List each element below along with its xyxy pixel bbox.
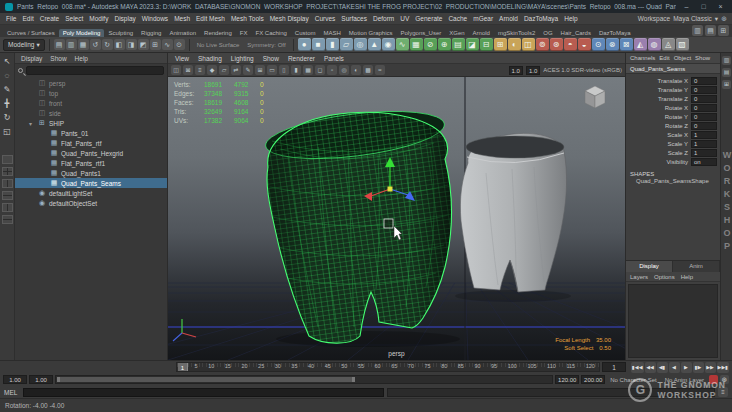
current-time-field[interactable]: 1 (602, 362, 626, 372)
channel-name[interactable]: Rotate Z (626, 123, 691, 129)
step-forward-key-button[interactable]: ▶▶ (705, 362, 716, 373)
viewport-canvas[interactable]: Verts: 18691 4792 0 Edges: 37348 9315 0 … (168, 77, 625, 360)
outliner-item-quad-pants1[interactable]: ▦ Quad_Pants1 (15, 168, 167, 178)
poly-cube-icon[interactable]: ■ (312, 38, 325, 51)
uv-editor-icon[interactable]: ▧ (676, 38, 689, 51)
menu-item[interactable]: Surfaces (338, 15, 370, 22)
frame-number[interactable]: 90 (474, 362, 480, 371)
shelf-tab[interactable]: FX (236, 29, 252, 37)
menu-item[interactable]: File (3, 15, 19, 22)
playback-end-field[interactable]: 120.00 (555, 375, 579, 384)
gate-mask-icon[interactable]: ▮ (291, 65, 301, 75)
channel-value-field[interactable]: 1 (691, 131, 717, 139)
field-chart-icon[interactable]: ▦ (303, 65, 313, 75)
target-weld-icon[interactable]: ⊕ (438, 38, 451, 51)
frame-number[interactable]: 70 (408, 362, 414, 371)
frame-number[interactable]: 65 (391, 362, 397, 371)
expand-arrow-icon[interactable]: ▾ (29, 120, 35, 127)
shelf-tab[interactable]: Polygons_User (397, 29, 446, 37)
menu-item[interactable]: Edit Mesh (193, 15, 228, 22)
channel-name[interactable]: Translate Y (626, 87, 691, 93)
frame-number[interactable]: 50 (341, 362, 347, 371)
frame-number[interactable]: 100 (508, 362, 517, 371)
frame-number[interactable]: 60 (375, 362, 381, 371)
view-cube[interactable] (581, 82, 609, 110)
workspace-selector[interactable]: Workspace Maya Classic ▾ ⊛ (638, 15, 729, 23)
center-pivot-icon[interactable]: ⊙ (592, 38, 605, 51)
playback-start-field[interactable]: 1.00 (29, 375, 53, 384)
viewport-menu[interactable]: Renderer (288, 55, 315, 62)
maximize-button[interactable]: □ (697, 0, 710, 13)
combine-icon[interactable]: ⊚ (536, 38, 549, 51)
channel-name[interactable]: Visibility (626, 159, 691, 165)
shelf-tab[interactable]: Hair_Cards (557, 29, 595, 37)
menu-item[interactable]: Modify (86, 15, 111, 22)
delete-history-icon[interactable]: ⊗ (606, 38, 619, 51)
outliner-item-pants-01[interactable]: ▦ Pants_01 (15, 128, 167, 138)
outliner-item-front[interactable]: ◫ front (15, 98, 167, 108)
two-pane-stacked-layout-button[interactable] (2, 191, 13, 200)
frame-number[interactable]: 115 (566, 362, 575, 371)
poly-cone-icon[interactable]: ▲ (368, 38, 381, 51)
outliner-item-quad-pants-seams[interactable]: ▦ Quad_Pants_Seams (15, 178, 167, 188)
channel-box-menu[interactable]: Channels (630, 55, 655, 61)
select-camera-icon[interactable]: ◫ (171, 65, 181, 75)
anim-layer-selector[interactable]: No Anim Layer (662, 377, 707, 383)
channel-name[interactable]: Scale X (626, 132, 691, 138)
live-surface-indicator[interactable]: No Live Surface (194, 42, 243, 48)
layer-list[interactable] (628, 284, 718, 358)
attribute-editor-toggle-icon[interactable]: ▤ (705, 25, 716, 36)
go-to-end-button[interactable]: ▶▶▮ (717, 362, 729, 373)
menu-item[interactable]: Deform (370, 15, 397, 22)
camera-attributes-icon[interactable]: ≡ (195, 65, 205, 75)
exposure-field[interactable]: 1.0 (509, 66, 523, 75)
frame-number[interactable]: 45 (325, 362, 331, 371)
poly-plane-icon[interactable]: ▱ (340, 38, 353, 51)
quad-draw-icon[interactable]: ▦ (410, 38, 423, 51)
single-pane-layout-button[interactable] (2, 155, 13, 164)
frame-number[interactable]: 40 (308, 362, 314, 371)
viewport-menu[interactable]: Show (263, 55, 279, 62)
safe-action-icon[interactable]: ◻ (315, 65, 325, 75)
grid-toggle-icon[interactable]: ⊞ (255, 65, 265, 75)
poly-cylinder-icon[interactable]: ▮ (326, 38, 339, 51)
animation-start-field[interactable]: 1.00 (3, 375, 27, 384)
redo-icon[interactable]: ↻ (102, 39, 113, 50)
isolate-select-icon[interactable]: ◎ (339, 65, 349, 75)
poly-disc-icon[interactable]: ◉ (382, 38, 395, 51)
outliner-menu[interactable]: Help (75, 55, 88, 62)
step-forward-frame-button[interactable]: ▮▶ (693, 362, 704, 373)
shelf-tab[interactable]: Custom (291, 29, 320, 37)
shelf-tab[interactable]: Sculpting (104, 29, 137, 37)
viewport-menu[interactable]: View (175, 55, 189, 62)
channel-value-field[interactable]: 1 (691, 149, 717, 157)
gamma-field[interactable]: 1.0 (526, 66, 540, 75)
frame-number[interactable]: 95 (491, 362, 497, 371)
xray-icon[interactable]: ◐ (351, 65, 361, 75)
image-plane-icon[interactable]: ▱ (219, 65, 229, 75)
outliner-menu[interactable]: Show (50, 55, 66, 62)
outliner-menu[interactable]: Display (21, 55, 42, 62)
step-back-frame-button[interactable]: ◀▮ (657, 362, 668, 373)
outliner-search-input[interactable] (26, 66, 164, 75)
green-pants-model[interactable] (258, 103, 473, 343)
shelf-tab[interactable]: Rigging (137, 29, 165, 37)
snap-to-curves-icon[interactable]: ∿ (162, 39, 173, 50)
undo-icon[interactable]: ↺ (90, 39, 101, 50)
smooth-icon[interactable]: ◐ (508, 38, 521, 51)
frame-number[interactable]: 55 (358, 362, 364, 371)
outliner-item-side[interactable]: ◫ side (15, 108, 167, 118)
channel-box-object-name[interactable]: Quad_Pants_Seams (626, 64, 720, 74)
outliner-item-ship[interactable]: ▾ ⊞ SHIP (15, 118, 167, 128)
paint-select-tool-icon[interactable]: ✎ (1, 83, 14, 96)
bridge-icon[interactable]: ⊟ (480, 38, 493, 51)
poly-torus-icon[interactable]: ◎ (354, 38, 367, 51)
mirror-icon[interactable]: ◫ (522, 38, 535, 51)
viewport-menu[interactable]: Panels (324, 55, 344, 62)
shelf-tab[interactable]: DazToMaya (595, 29, 635, 37)
menu-item[interactable]: UV (397, 15, 412, 22)
freeze-transformations-icon[interactable]: ⊠ (620, 38, 633, 51)
scale-tool-icon[interactable]: ◱ (1, 125, 14, 138)
frame-number[interactable]: 80 (441, 362, 447, 371)
menu-item[interactable]: Mesh Tools (228, 15, 267, 22)
